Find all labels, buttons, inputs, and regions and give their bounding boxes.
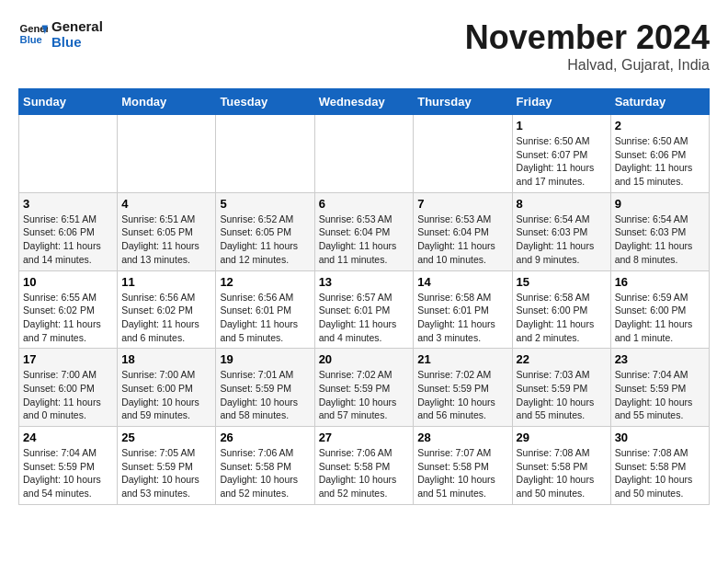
weekday-header-friday: Friday <box>512 89 610 115</box>
day-info: Sunrise: 6:56 AM Sunset: 6:02 PM Dayligh… <box>121 291 211 345</box>
day-number: 10 <box>23 275 113 289</box>
day-cell: 20Sunrise: 7:02 AM Sunset: 5:59 PM Dayli… <box>314 349 414 427</box>
day-cell <box>118 115 216 193</box>
week-row-3: 17Sunrise: 7:00 AM Sunset: 6:00 PM Dayli… <box>19 349 710 427</box>
day-cell: 25Sunrise: 7:05 AM Sunset: 5:59 PM Dayli… <box>118 427 216 505</box>
day-number: 18 <box>121 352 211 366</box>
week-row-4: 24Sunrise: 7:04 AM Sunset: 5:59 PM Dayli… <box>19 427 710 505</box>
day-number: 19 <box>220 352 310 366</box>
day-info: Sunrise: 6:55 AM Sunset: 6:02 PM Dayligh… <box>23 291 113 345</box>
calendar-table: SundayMondayTuesdayWednesdayThursdayFrid… <box>18 88 710 505</box>
day-cell: 8Sunrise: 6:54 AM Sunset: 6:03 PM Daylig… <box>512 192 610 270</box>
day-cell: 30Sunrise: 7:08 AM Sunset: 5:58 PM Dayli… <box>610 427 709 505</box>
day-number: 25 <box>121 431 211 444</box>
day-cell: 4Sunrise: 6:51 AM Sunset: 6:05 PM Daylig… <box>118 192 216 270</box>
day-info: Sunrise: 7:01 AM Sunset: 5:59 PM Dayligh… <box>220 368 310 422</box>
day-number: 28 <box>417 431 507 444</box>
day-cell: 9Sunrise: 6:54 AM Sunset: 6:03 PM Daylig… <box>610 192 709 270</box>
day-info: Sunrise: 6:54 AM Sunset: 6:03 PM Dayligh… <box>615 213 705 267</box>
day-cell <box>414 115 512 193</box>
day-cell: 18Sunrise: 7:00 AM Sunset: 6:00 PM Dayli… <box>118 349 216 427</box>
day-number: 8 <box>517 197 607 211</box>
day-cell: 19Sunrise: 7:01 AM Sunset: 5:59 PM Dayli… <box>216 349 314 427</box>
day-number: 1 <box>517 119 607 132</box>
weekday-header-wednesday: Wednesday <box>314 89 414 115</box>
day-number: 4 <box>121 197 211 211</box>
day-number: 26 <box>220 431 310 444</box>
logo-line2: Blue <box>51 34 103 50</box>
day-number: 13 <box>319 275 410 289</box>
day-cell: 14Sunrise: 6:58 AM Sunset: 6:01 PM Dayli… <box>414 270 512 349</box>
svg-text:Blue: Blue <box>20 34 42 45</box>
day-info: Sunrise: 7:03 AM Sunset: 5:59 PM Dayligh… <box>517 368 607 422</box>
day-info: Sunrise: 7:04 AM Sunset: 5:59 PM Dayligh… <box>615 368 705 422</box>
day-cell: 17Sunrise: 7:00 AM Sunset: 6:00 PM Dayli… <box>19 349 118 427</box>
day-number: 24 <box>23 431 113 444</box>
day-cell: 6Sunrise: 6:53 AM Sunset: 6:04 PM Daylig… <box>314 192 414 270</box>
day-cell: 2Sunrise: 6:50 AM Sunset: 6:06 PM Daylig… <box>610 115 709 193</box>
weekday-header-monday: Monday <box>118 89 216 115</box>
day-info: Sunrise: 6:54 AM Sunset: 6:03 PM Dayligh… <box>517 213 607 267</box>
day-info: Sunrise: 6:56 AM Sunset: 6:01 PM Dayligh… <box>220 291 310 345</box>
weekday-header-saturday: Saturday <box>610 89 709 115</box>
day-info: Sunrise: 6:59 AM Sunset: 6:00 PM Dayligh… <box>615 291 705 345</box>
day-info: Sunrise: 7:02 AM Sunset: 5:59 PM Dayligh… <box>319 368 410 422</box>
week-row-1: 3Sunrise: 6:51 AM Sunset: 6:06 PM Daylig… <box>19 192 710 270</box>
day-number: 16 <box>615 275 705 289</box>
day-info: Sunrise: 6:57 AM Sunset: 6:01 PM Dayligh… <box>319 291 410 345</box>
day-cell: 11Sunrise: 6:56 AM Sunset: 6:02 PM Dayli… <box>118 270 216 349</box>
day-number: 15 <box>517 275 607 289</box>
day-cell: 26Sunrise: 7:06 AM Sunset: 5:58 PM Dayli… <box>216 427 314 505</box>
day-info: Sunrise: 6:58 AM Sunset: 6:00 PM Dayligh… <box>517 291 607 345</box>
day-cell <box>216 115 314 193</box>
day-cell: 24Sunrise: 7:04 AM Sunset: 5:59 PM Dayli… <box>19 427 118 505</box>
day-cell: 5Sunrise: 6:52 AM Sunset: 6:05 PM Daylig… <box>216 192 314 270</box>
day-info: Sunrise: 7:06 AM Sunset: 5:58 PM Dayligh… <box>220 446 310 500</box>
day-cell <box>19 115 118 193</box>
day-cell: 21Sunrise: 7:02 AM Sunset: 5:59 PM Dayli… <box>414 349 512 427</box>
logo: General Blue General Blue <box>18 18 103 50</box>
day-number: 21 <box>417 352 507 366</box>
weekday-header-tuesday: Tuesday <box>216 89 314 115</box>
day-number: 9 <box>615 197 705 211</box>
day-number: 11 <box>121 275 211 289</box>
day-info: Sunrise: 7:00 AM Sunset: 6:00 PM Dayligh… <box>23 368 113 422</box>
day-info: Sunrise: 7:08 AM Sunset: 5:58 PM Dayligh… <box>615 446 705 500</box>
day-info: Sunrise: 6:52 AM Sunset: 6:05 PM Dayligh… <box>220 213 310 267</box>
day-number: 12 <box>220 275 310 289</box>
title-block: November 2024 Halvad, Gujarat, India <box>465 18 710 74</box>
day-cell: 13Sunrise: 6:57 AM Sunset: 6:01 PM Dayli… <box>314 270 414 349</box>
day-number: 7 <box>417 197 507 211</box>
day-number: 2 <box>615 119 705 132</box>
day-info: Sunrise: 7:05 AM Sunset: 5:59 PM Dayligh… <box>121 446 211 500</box>
day-cell: 28Sunrise: 7:07 AM Sunset: 5:58 PM Dayli… <box>414 427 512 505</box>
day-cell: 22Sunrise: 7:03 AM Sunset: 5:59 PM Dayli… <box>512 349 610 427</box>
logo-line1: General <box>51 18 103 34</box>
day-cell: 16Sunrise: 6:59 AM Sunset: 6:00 PM Dayli… <box>610 270 709 349</box>
day-number: 20 <box>319 352 410 366</box>
weekday-header-sunday: Sunday <box>19 89 118 115</box>
day-number: 29 <box>517 431 607 444</box>
day-info: Sunrise: 6:51 AM Sunset: 6:05 PM Dayligh… <box>121 213 211 267</box>
day-info: Sunrise: 7:08 AM Sunset: 5:58 PM Dayligh… <box>517 446 607 500</box>
day-cell: 29Sunrise: 7:08 AM Sunset: 5:58 PM Dayli… <box>512 427 610 505</box>
weekday-header-thursday: Thursday <box>414 89 512 115</box>
day-number: 27 <box>319 431 410 444</box>
day-info: Sunrise: 7:00 AM Sunset: 6:00 PM Dayligh… <box>121 368 211 422</box>
day-info: Sunrise: 6:50 AM Sunset: 6:07 PM Dayligh… <box>517 134 607 189</box>
day-info: Sunrise: 6:58 AM Sunset: 6:01 PM Dayligh… <box>417 291 507 345</box>
day-number: 17 <box>23 352 113 366</box>
month-title: November 2024 <box>465 18 710 57</box>
day-info: Sunrise: 7:02 AM Sunset: 5:59 PM Dayligh… <box>417 368 507 422</box>
day-number: 3 <box>23 197 113 211</box>
day-cell: 10Sunrise: 6:55 AM Sunset: 6:02 PM Dayli… <box>19 270 118 349</box>
day-cell: 27Sunrise: 7:06 AM Sunset: 5:58 PM Dayli… <box>314 427 414 505</box>
day-info: Sunrise: 6:53 AM Sunset: 6:04 PM Dayligh… <box>417 213 507 267</box>
page-header: General Blue General Blue November 2024 … <box>18 18 710 74</box>
day-info: Sunrise: 6:53 AM Sunset: 6:04 PM Dayligh… <box>319 213 410 267</box>
day-cell: 3Sunrise: 6:51 AM Sunset: 6:06 PM Daylig… <box>19 192 118 270</box>
day-number: 14 <box>417 275 507 289</box>
day-cell: 15Sunrise: 6:58 AM Sunset: 6:00 PM Dayli… <box>512 270 610 349</box>
day-number: 23 <box>615 352 705 366</box>
day-info: Sunrise: 7:07 AM Sunset: 5:58 PM Dayligh… <box>417 446 507 500</box>
